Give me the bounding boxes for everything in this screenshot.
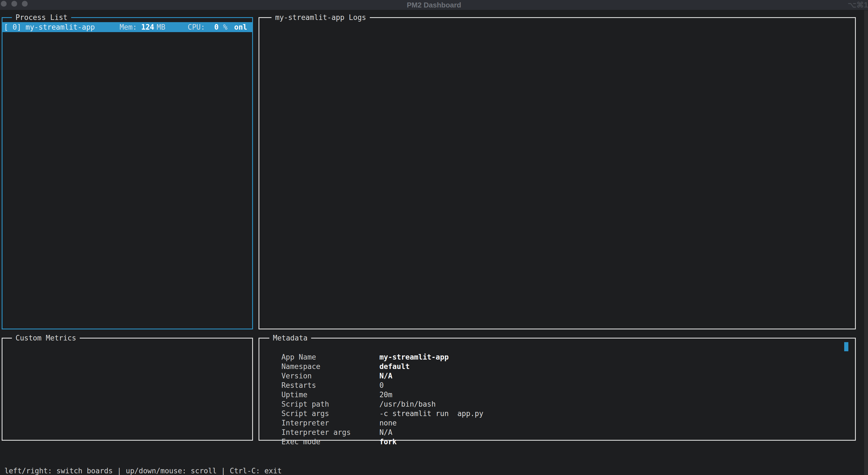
window-title: PM2 Dashboard [0, 0, 868, 10]
metadata-value: N/A [379, 372, 393, 380]
terminal-scrollbar-track[interactable] [864, 10, 868, 475]
status-bar: left/right: switch boards | up/down/mous… [0, 455, 868, 466]
window-titlebar: PM2 Dashboard ⌥⌘1 [0, 0, 868, 10]
metadata-value: fork [379, 438, 397, 446]
logs-panel-title: my-streamlit-app Logs [272, 13, 370, 22]
metadata-key: Uptime [281, 390, 379, 400]
metadata-key: Exec mode [281, 437, 379, 446]
window-shortcut-badge: ⌥⌘1 [848, 0, 868, 10]
process-list-panel[interactable]: Process List [ 0] my-streamlit-app Mem: … [2, 17, 253, 329]
keybinding-help-text: left/right: switch boards | up/down/mous… [4, 466, 282, 475]
process-cpu-label: CPU: [188, 22, 205, 32]
metadata-key: Namespace [281, 362, 379, 371]
process-row-selected[interactable]: [ 0] my-streamlit-app Mem: 124 MB CPU: 0… [2, 22, 252, 32]
metadata-table: App Namemy-streamlit-app Namespacedefaul… [264, 343, 852, 437]
process-mem-value: 124 [141, 22, 154, 32]
process-mem-label: Mem: [120, 22, 137, 32]
custom-metrics-panel-title: Custom Metrics [12, 334, 80, 342]
process-status: onl [234, 22, 247, 32]
metadata-scrollbar-thumb[interactable] [844, 342, 848, 351]
logs-panel[interactable]: my-streamlit-app Logs [258, 17, 856, 329]
metadata-key: Interpreter args [281, 428, 379, 437]
metadata-panel[interactable]: Metadata App Namemy-streamlit-app Namesp… [258, 338, 856, 441]
metadata-key: Interpreter [281, 418, 379, 428]
metadata-value: 20m [379, 390, 393, 399]
metadata-value: N/A [379, 428, 393, 437]
metadata-value: default [379, 362, 410, 371]
metadata-key: Version [281, 371, 379, 381]
process-mem-unit: MB [157, 22, 165, 32]
metadata-key: Script path [281, 400, 379, 409]
metadata-key: Script args [281, 409, 379, 418]
process-name: [ 0] my-streamlit-app [4, 22, 95, 32]
metadata-key: App Name [281, 352, 379, 362]
process-cpu-unit: % [223, 22, 227, 32]
custom-metrics-panel[interactable]: Custom Metrics [2, 338, 253, 441]
metadata-panel-title: Metadata [269, 334, 311, 342]
metadata-value: /usr/bin/bash [379, 400, 436, 408]
metadata-value: my-streamlit-app [379, 353, 449, 361]
process-cpu-value: 0 [214, 22, 219, 32]
metadata-value: 0 [379, 381, 384, 389]
metadata-value: -c streamlit run app.py [379, 409, 484, 418]
metadata-key: Restarts [281, 381, 379, 390]
process-list-panel-title: Process List [12, 13, 71, 22]
metadata-value: none [379, 419, 397, 427]
metadata-row: App Namemy-streamlit-app [264, 343, 852, 352]
